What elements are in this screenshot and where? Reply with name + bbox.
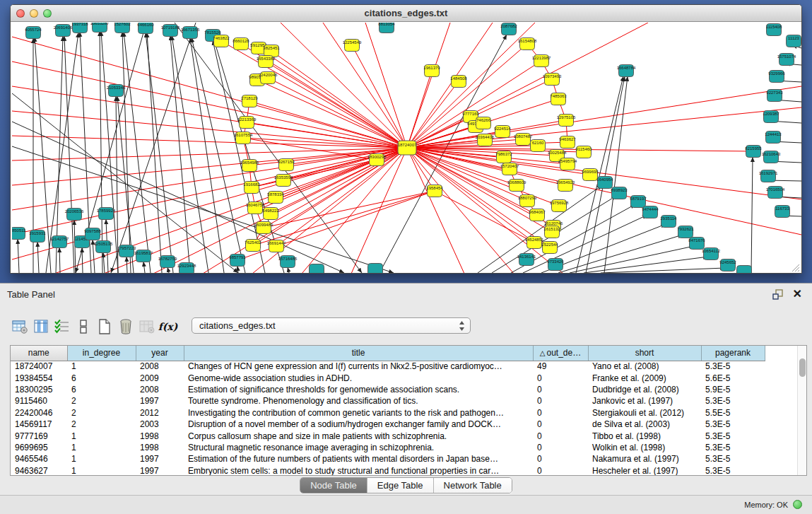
graph-node[interactable]: 1958454	[426, 185, 443, 197]
graph-node[interactable]: 5878334	[267, 192, 284, 204]
table-row[interactable]: 1830029562008Estimation of significance …	[11, 384, 765, 395]
graph-node[interactable]: 16154808	[518, 38, 537, 50]
table-select-dropdown[interactable]: citations_edges.txt	[192, 317, 471, 334]
column-header-name[interactable]: name	[11, 346, 67, 361]
graph-node[interactable]: 17016504	[766, 187, 785, 199]
graph-node[interactable]: 3915931	[29, 230, 46, 243]
column-checklist-icon[interactable]	[52, 317, 71, 337]
graph-node[interactable]: 21053346	[107, 85, 126, 97]
graph-node[interactable]: 2087682	[500, 23, 517, 35]
graph-node[interactable]: 3825451	[263, 45, 280, 57]
graph-node[interactable]: 16691447	[267, 240, 286, 252]
graph-node[interactable]: 1961379	[423, 65, 440, 77]
table-row[interactable]: 2242004622012Investigating the contribut…	[11, 407, 765, 419]
graph-node[interactable]: 18300295	[367, 154, 387, 166]
delete-icon[interactable]	[116, 317, 135, 337]
table-row[interactable]: 1456911722003Disruption of a novel membe…	[11, 419, 765, 430]
table-row[interactable]: 1938455462009Genome-wide association stu…	[11, 372, 765, 383]
graph-node[interactable]: 12505135	[94, 241, 113, 253]
graph-node[interactable]: 9224514	[494, 126, 511, 138]
graph-node[interactable]: 8471676	[688, 238, 705, 250]
graph-node[interactable]: 7932621	[677, 226, 694, 238]
table-scrollbar[interactable]	[797, 346, 806, 475]
graph-node[interactable]: 15716485	[278, 256, 298, 268]
graph-node[interactable]: 62160	[531, 140, 546, 152]
graph-node[interactable]: 16543382	[257, 56, 276, 68]
graph-node[interactable]: 20364436	[476, 134, 495, 146]
graph-node[interactable]: 10654112	[702, 248, 721, 260]
graph-node[interactable]	[368, 264, 383, 274]
graph-node[interactable]: 20691406	[54, 25, 73, 37]
table-row[interactable]: 946554611997Estimation of the future num…	[11, 453, 765, 465]
table-scrollbar-thumb[interactable]	[799, 358, 806, 377]
column-header-out_de[interactable]: △out_de…	[533, 346, 588, 361]
graph-node[interactable]: 6879197	[630, 196, 647, 208]
graph-node[interactable]: 12213369	[237, 117, 257, 129]
graph-node[interactable]: 17859924	[97, 208, 116, 220]
graph-node[interactable]: 1916682	[243, 182, 260, 194]
graph-node[interactable]: 8215955	[745, 146, 762, 158]
graph-node[interactable]: 7625402	[245, 240, 261, 252]
graph-node[interactable]: 10719185	[161, 25, 180, 37]
network-canvas[interactable]: 4055724206914061937318106532871527602646…	[12, 23, 801, 274]
graph-node[interactable]: 1527602	[114, 23, 131, 33]
graph-node[interactable]: 25495794	[558, 158, 577, 170]
graph-node[interactable]: 9267150	[278, 159, 295, 171]
graph-node[interactable]: 16107554	[234, 132, 253, 144]
graph-node[interactable]	[310, 264, 324, 274]
graph-node[interactable]: 16099489	[254, 222, 273, 234]
graph-node[interactable]: 11123	[787, 35, 801, 47]
graph-node[interactable]: 16192971	[759, 170, 778, 182]
column-header-pagerank[interactable]: pagerank	[701, 346, 765, 361]
function-builder-icon[interactable]: f(x)	[158, 317, 177, 337]
graph-node[interactable]: 9227343	[766, 90, 783, 102]
graph-node[interactable]: 19654923	[556, 180, 575, 192]
graph-node[interactable]: 9474444	[642, 206, 659, 218]
graph-node[interactable]: 12213987	[532, 55, 551, 67]
graph-node[interactable]: 9245652	[719, 259, 736, 271]
graph-node[interactable]: 1244413	[765, 132, 782, 144]
column-header-year[interactable]: year	[136, 346, 184, 361]
graph-node[interactable]: 15751074	[777, 54, 796, 66]
table-row[interactable]: 1872400712008Changes of HCN gene express…	[11, 361, 765, 372]
graph-node[interactable]: 8660128	[233, 38, 249, 50]
graph-node[interactable]: 1937318	[71, 23, 88, 33]
graph-node[interactable]: 14136141	[517, 254, 536, 266]
graph-node[interactable]: 1115408	[766, 24, 782, 36]
graph-node[interactable]: 12975105	[557, 115, 576, 127]
graph-node[interactable]: 12254549	[343, 40, 362, 52]
graph-node[interactable]: 16671355	[181, 27, 200, 39]
rows-icon[interactable]	[73, 317, 93, 337]
graph-node[interactable]: 9463627	[559, 136, 576, 148]
resize-grip-icon[interactable]	[790, 262, 800, 272]
graph-node[interactable]: 10807487	[514, 134, 533, 146]
graph-node[interactable]: 5498222	[262, 208, 279, 220]
graph-node[interactable]: 9857791	[229, 255, 246, 267]
tab-network-table[interactable]: Network Table	[434, 478, 512, 493]
table-row[interactable]: 977716911998Corpus callosum shape and si…	[11, 430, 765, 441]
graph-node[interactable]: 12923448	[177, 263, 196, 274]
graph-node[interactable]: 9733426	[547, 259, 564, 271]
graph-node[interactable]: 1640954	[596, 177, 613, 189]
graph-node[interactable]: 2935114	[661, 216, 678, 228]
close-panel-icon[interactable]: ✕	[793, 287, 802, 300]
graph-node[interactable]: 4055724	[25, 27, 42, 39]
graph-node[interactable]: 18807293	[518, 195, 537, 207]
network-graph[interactable]: 4055724206914061937318106532871527602646…	[12, 23, 801, 274]
graph-node[interactable]: 8813054	[378, 23, 395, 33]
graph-node[interactable]: 7986372	[495, 151, 512, 163]
float-window-icon[interactable]	[772, 288, 784, 300]
graph-node[interactable]: 19654985	[240, 160, 259, 172]
graph-node[interactable]: 9684067	[529, 209, 546, 221]
graph-node[interactable]: 8938923	[611, 187, 628, 199]
graph-node[interactable]: 22420046	[259, 72, 278, 84]
graph-node[interactable]: 10973493	[543, 74, 562, 86]
graph-node[interactable]: 16648784	[617, 65, 636, 77]
graph-node[interactable]: 16782759	[158, 256, 177, 268]
graph-node[interactable]: 10653287	[90, 23, 110, 33]
graph-node[interactable]: 15720407	[500, 163, 519, 175]
graph-node[interactable]: 1484508	[450, 76, 467, 88]
show-columns-icon[interactable]	[31, 317, 50, 337]
new-file-icon[interactable]	[95, 317, 114, 337]
graph-node[interactable]: 18724007	[398, 141, 417, 155]
